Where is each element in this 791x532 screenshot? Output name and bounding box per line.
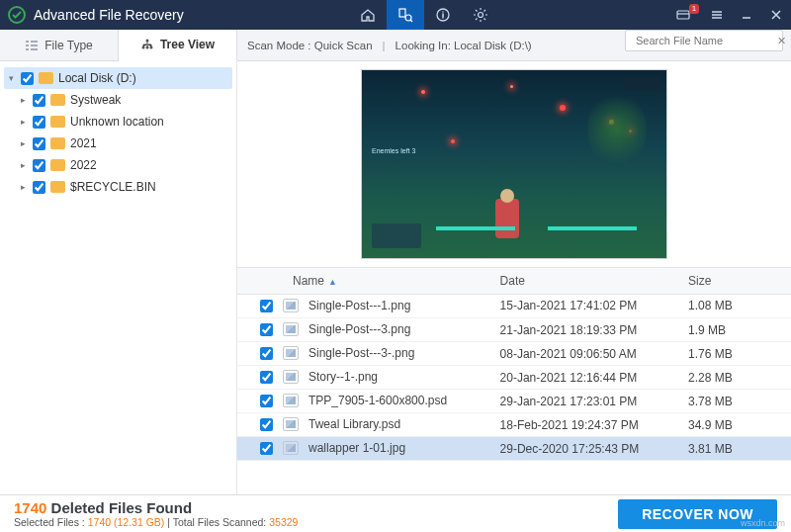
tree-expand-icon[interactable]: ▸ <box>18 117 28 127</box>
image-file-icon <box>283 370 299 384</box>
file-size: 34.9 MB <box>680 413 791 437</box>
tree-child-row[interactable]: ▸ Unknown location <box>4 111 232 133</box>
watermark: wsxdn.com <box>741 518 785 528</box>
tree-expand-icon[interactable]: ▸ <box>18 138 28 148</box>
tree-expand-icon[interactable]: ▸ <box>18 182 28 192</box>
row-checkbox[interactable] <box>260 347 273 360</box>
home-icon <box>360 7 376 23</box>
file-name: Single-Post---3-.png <box>308 346 414 360</box>
content-pane: Enemies left 3 Name▲ Date Size Single-Po… <box>237 61 791 494</box>
file-name: Single-Post---1.png <box>308 299 410 312</box>
tree-child-checkbox[interactable] <box>33 137 45 150</box>
file-size: 3.78 MB <box>680 390 791 413</box>
tree-child-label: $RECYCLE.BIN <box>70 180 156 194</box>
file-date: 20-Jan-2021 12:16:44 PM <box>492 366 680 390</box>
image-file-icon <box>283 299 299 312</box>
file-size: 1.9 MB <box>680 318 791 342</box>
svg-rect-5 <box>677 11 689 19</box>
file-date: 29-Dec-2020 17:25:43 PM <box>492 437 680 461</box>
notification-badge: 1 <box>689 4 699 14</box>
tree-child-label: 2022 <box>70 158 97 172</box>
main-area: ▾ Local Disk (D:) ▸ Systweak▸ Unknown lo… <box>0 61 791 494</box>
table-row[interactable]: Tweal Library.psd 18-Feb-2021 19:24:37 P… <box>237 413 791 437</box>
file-table: Name▲ Date Size Single-Post---1.png 15-J… <box>237 268 791 461</box>
col-name[interactable]: Name▲ <box>237 268 492 294</box>
tree-child-checkbox[interactable] <box>33 181 45 194</box>
tree-child-row[interactable]: ▸ $RECYCLE.BIN <box>4 176 232 198</box>
preview-character <box>495 199 519 238</box>
col-size[interactable]: Size <box>680 268 791 294</box>
table-row[interactable]: Story--1-.png 20-Jan-2021 12:16:44 PM 2.… <box>237 366 791 390</box>
tree-child-row[interactable]: ▸ Systweak <box>4 89 232 111</box>
file-size: 3.81 MB <box>680 437 791 461</box>
footer-title-rest: Deleted Files Found <box>46 499 192 516</box>
scan-results-button[interactable] <box>387 0 424 30</box>
tree-child-checkbox[interactable] <box>33 94 45 107</box>
search-clear-button[interactable]: ✕ <box>777 35 786 47</box>
file-name: Single-Post---3.png <box>308 322 410 336</box>
search-box[interactable]: ✕ <box>625 30 783 51</box>
notifications-button[interactable]: 1 <box>664 0 702 30</box>
file-date: 08-Jan-2021 09:06:50 AM <box>492 342 680 366</box>
tab-tree-view[interactable]: Tree View <box>119 30 237 61</box>
tree-child-checkbox[interactable] <box>33 116 45 129</box>
tree-expand-icon[interactable]: ▸ <box>18 160 28 170</box>
close-button[interactable] <box>761 0 791 30</box>
footer-bar: 1740 Deleted Files Found Selected Files … <box>0 494 791 532</box>
table-row[interactable]: Single-Post---1.png 15-Jan-2021 17:41:02… <box>237 294 791 318</box>
toolbar-row: File Type Tree View Scan Mode : Quick Sc… <box>0 30 791 61</box>
row-checkbox[interactable] <box>260 371 273 384</box>
tree-child-row[interactable]: ▸ 2022 <box>4 154 232 176</box>
scan-icon <box>397 7 413 23</box>
file-name: wallapper 1-01.jpg <box>308 441 405 455</box>
file-date: 18-Feb-2021 19:24:37 PM <box>492 413 680 437</box>
tab-file-type[interactable]: File Type <box>0 30 119 60</box>
info-button[interactable] <box>424 0 462 30</box>
image-file-icon <box>283 417 299 431</box>
settings-button[interactable] <box>462 0 499 30</box>
svg-rect-1 <box>399 9 405 17</box>
col-date[interactable]: Date <box>492 268 680 294</box>
file-size: 1.08 MB <box>680 294 791 318</box>
looking-in-label: Looking In: <box>396 40 451 51</box>
file-name: Tweal Library.psd <box>308 417 400 431</box>
file-date: 29-Jan-2021 17:23:01 PM <box>492 390 680 413</box>
scan-info-bar: Scan Mode : Quick Scan | Looking In: Loc… <box>237 30 625 60</box>
tree-child-label: 2021 <box>70 136 97 150</box>
tree-root-row[interactable]: ▾ Local Disk (D:) <box>4 67 232 89</box>
tree-expand-icon[interactable]: ▸ <box>18 95 28 105</box>
home-button[interactable] <box>349 0 387 30</box>
row-checkbox[interactable] <box>260 300 273 312</box>
row-checkbox[interactable] <box>260 323 273 336</box>
search-input[interactable] <box>636 35 772 46</box>
footer-count: 1740 <box>14 499 46 516</box>
folder-icon <box>50 159 65 171</box>
table-row[interactable]: Single-Post---3.png 21-Jan-2021 18:19:33… <box>237 318 791 342</box>
image-file-icon <box>283 394 299 407</box>
tree-child-checkbox[interactable] <box>33 159 45 172</box>
table-row[interactable]: Single-Post---3-.png 08-Jan-2021 09:06:5… <box>237 342 791 366</box>
footer-title: 1740 Deleted Files Found <box>14 499 602 516</box>
menu-button[interactable] <box>702 0 732 30</box>
row-checkbox[interactable] <box>260 442 273 455</box>
tree-collapse-icon[interactable]: ▾ <box>6 73 16 83</box>
table-row[interactable]: TPP_7905-1-600x800.psd 29-Jan-2021 17:23… <box>237 390 791 413</box>
file-date: 21-Jan-2021 18:19:33 PM <box>492 318 680 342</box>
table-row[interactable]: wallapper 1-01.jpg 29-Dec-2020 17:25:43 … <box>237 437 791 461</box>
folder-icon <box>50 181 65 193</box>
minimize-button[interactable] <box>732 0 761 30</box>
tree-root-checkbox[interactable] <box>21 72 34 85</box>
tree-root-label: Local Disk (D:) <box>58 71 136 85</box>
app-logo-icon <box>6 4 28 26</box>
tree-child-label: Systweak <box>70 93 121 107</box>
preview-hud-text: Enemies left 3 <box>372 147 415 154</box>
row-checkbox[interactable] <box>260 395 273 407</box>
file-table-wrap: Name▲ Date Size Single-Post---1.png 15-J… <box>237 268 791 494</box>
preview-image: Enemies left 3 <box>361 69 667 259</box>
tree-icon <box>140 39 154 50</box>
gear-icon <box>473 7 488 23</box>
tree-child-row[interactable]: ▸ 2021 <box>4 133 232 154</box>
list-icon <box>25 40 39 51</box>
scan-mode-label: Scan Mode : <box>247 40 311 51</box>
row-checkbox[interactable] <box>260 418 273 431</box>
